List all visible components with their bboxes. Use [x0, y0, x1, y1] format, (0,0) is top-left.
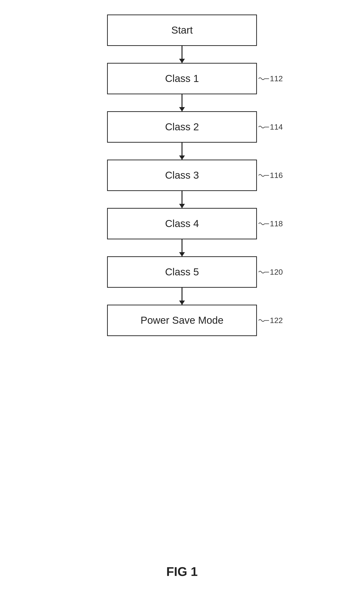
figure-label: FIG 1: [166, 564, 198, 579]
class1-ref: 112: [258, 74, 283, 83]
arrow-5: [182, 288, 182, 305]
class3-ref: 116: [258, 171, 283, 180]
class5-label: Class 5: [165, 266, 199, 278]
class4-ref: 118: [258, 219, 283, 228]
arrow-4: [182, 239, 182, 256]
class2-ref: 114: [258, 123, 283, 131]
class3-box: Class 3 116: [107, 160, 257, 191]
class5-ref: 120: [258, 268, 283, 277]
class3-label: Class 3: [165, 170, 199, 181]
class2-box: Class 2 114: [107, 111, 257, 143]
power-save-ref: 122: [258, 316, 283, 325]
class1-label: Class 1: [165, 73, 199, 84]
arrow-1: [182, 94, 182, 111]
start-box: Start: [107, 14, 257, 46]
class4-ref-text: 118: [270, 219, 283, 228]
class3-ref-text: 116: [270, 171, 283, 180]
power-save-label: Power Save Mode: [140, 314, 223, 326]
arrow-0: [182, 46, 182, 63]
class1-ref-text: 112: [270, 74, 283, 83]
class1-box: Class 1 112: [107, 63, 257, 94]
class2-label: Class 2: [165, 121, 199, 133]
power-save-box: Power Save Mode 122: [107, 305, 257, 336]
class5-ref-text: 120: [270, 268, 283, 277]
arrow-2: [182, 143, 182, 160]
start-label: Start: [171, 24, 193, 36]
power-save-ref-text: 122: [270, 316, 283, 325]
class5-box: Class 5 120: [107, 256, 257, 288]
diagram-container: Start Class 1 112 Class 2 114 Class 3: [88, 14, 276, 336]
class4-box: Class 4 118: [107, 208, 257, 239]
arrow-3: [182, 191, 182, 208]
class2-ref-text: 114: [270, 123, 283, 131]
class4-label: Class 4: [165, 218, 199, 230]
